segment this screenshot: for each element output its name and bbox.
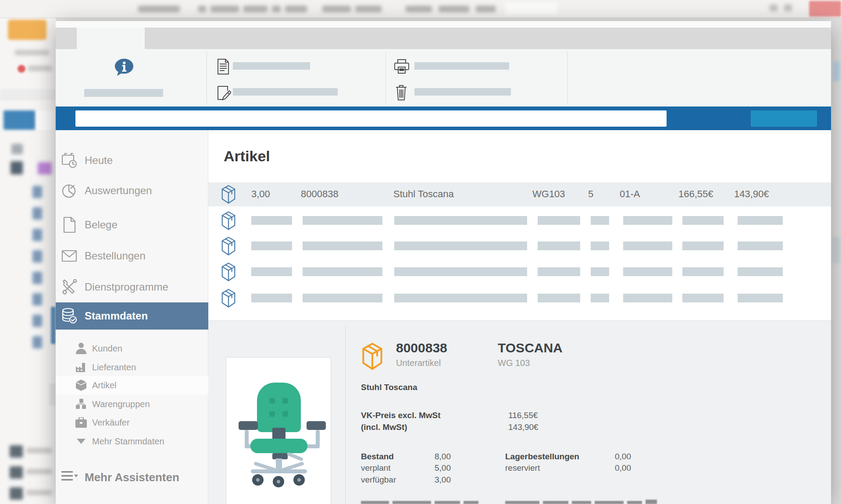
blurred-icon [11,161,23,174]
blurred-text [272,6,281,12]
placeholder-bar [623,294,672,302]
printer-icon [393,59,410,76]
envelope-icon [61,248,77,264]
package-icon [220,288,237,310]
sidebar-item-label: Stammdaten [85,310,148,322]
chair-lever [287,452,303,461]
tools-icon [61,279,77,295]
sidebar-subitem-artikel[interactable]: Artikel [56,376,208,394]
product-image [226,357,331,504]
blurred-text [26,469,52,474]
cutoff-text [543,501,568,504]
sidebar-item-bestellungen[interactable]: Bestellungen [56,242,208,270]
placeholder-bar [682,294,724,302]
box-icon [75,380,87,391]
cell-location: 01-A [620,188,640,200]
sidebar-subitem-kunden[interactable]: Kunden [56,339,208,358]
sidebar: Heute Auswertungen Belege [56,130,208,504]
table-row-placeholder[interactable] [208,267,831,276]
blurred-text [26,448,52,453]
table-row-placeholder[interactable] [208,294,831,302]
stock-label: Bestand [361,452,394,461]
blurred-scroll [49,383,56,405]
sidebar-subitem-verkaeufer[interactable]: Verkäufer [56,413,208,432]
sidebar-item-label: Mehr Assistenten [85,471,179,484]
package-icon [220,184,237,206]
placeholder-bar [738,294,783,302]
search-input[interactable] [75,110,667,127]
sidebar-item-mehr-assistenten[interactable]: Mehr Assistenten [56,465,208,490]
chair-dot [269,411,275,417]
placeholder-bar [251,216,292,225]
tab-active[interactable] [77,28,145,49]
toolbar-label-placeholder [414,62,509,70]
sidebar-item-stammdaten[interactable]: Stammdaten [56,302,208,330]
sidebar-subitem-label: Verkäufer [92,418,130,428]
detail-panel: 8000838 Unterartikel TOSCANA WG 103 Stuh… [208,321,831,504]
blurred-button [8,20,46,40]
blurred-badge [38,162,52,174]
search-bar-button[interactable] [751,110,817,127]
placeholder-bar [251,267,292,276]
cutoff-text [646,500,657,504]
blurred-doc-icon [32,315,42,327]
close-button[interactable] [809,1,841,17]
window-controls [770,4,778,11]
sidebar-subitem-warengruppen[interactable]: Warengruppen [56,395,208,413]
package-icon-orange [360,342,385,373]
toolbar-delete-button[interactable] [393,84,521,106]
placeholder-bar [538,267,580,276]
placeholder-bar [303,216,382,225]
toolbar [56,49,831,106]
blurred-doc-icon [32,186,42,198]
cutoff-text [464,501,478,504]
reserved-label: reserviert [505,463,540,473]
page-icon [61,217,77,233]
person-icon [75,343,87,354]
triangle-down-icon [75,436,87,447]
toolbar-label-placeholder [84,89,163,97]
sidebar-item-dienstprogramme[interactable]: Dienstprogramme [56,273,208,301]
toolbar-print-button[interactable] [393,59,521,81]
table-row-placeholder[interactable] [208,241,831,250]
blurred-text [355,6,382,12]
stock-value: 8,00 [418,452,451,461]
table-row-placeholder[interactable] [208,216,831,225]
placeholder-bar [538,216,580,225]
blurred-doc-icon [32,293,42,305]
chair-seat [250,439,307,453]
placeholder-bar [394,267,527,276]
sidebar-item-label: Heute [85,154,113,167]
toolbar-info-button[interactable] [82,53,196,104]
blurred-band [0,89,56,100]
window-controls [784,4,792,11]
placeholder-bar [394,216,527,225]
blurred-text [26,490,52,495]
available-label: verfügbar [361,475,396,485]
toolbar-divider [207,52,207,104]
sidebar-item-heute[interactable]: Heute [56,147,208,174]
placeholder-bar [738,267,783,276]
sidebar-subitem-label: Artikel [92,380,117,390]
toolbar-document-button[interactable] [217,59,340,81]
briefcase-icon [75,417,87,428]
cell-price-incl: 143,90€ [734,188,769,200]
sidebar-subitem-lieferanten[interactable]: Lieferanten [56,358,208,376]
warehouse-orders-value: 0,00 [598,452,631,461]
toolbar-document-edit-button[interactable] [217,85,340,107]
blurred-scroll [51,307,56,344]
toolbar-label-placeholder [233,62,310,70]
placeholder-bar [682,267,724,276]
sidebar-subitem-label: Mehr Stammdaten [92,437,164,447]
placeholder-bar [303,267,382,276]
blurred-button [4,110,35,130]
sidebar-item-auswertungen[interactable]: Auswertungen [56,177,208,204]
sidebar-item-belege[interactable]: Belege [56,211,208,238]
placeholder-bar [682,216,724,225]
table-row-selected[interactable]: 3,00 8000838 Stuhl Toscana WG103 5 01-A … [208,182,831,206]
placeholder-bar [591,241,609,250]
sidebar-subitem-mehr-stammdaten[interactable]: Mehr Stammdaten [56,432,208,451]
window-header-strip [56,21,831,28]
blurred-doc-icon [32,250,42,263]
trash-icon [395,84,407,103]
